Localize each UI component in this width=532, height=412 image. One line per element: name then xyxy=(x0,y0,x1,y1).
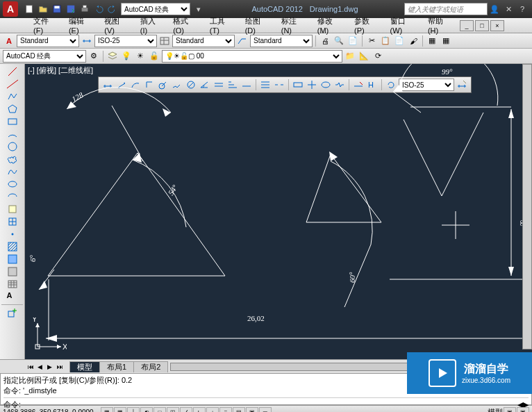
menu-window[interactable]: 窗口(W) xyxy=(385,16,422,35)
open-icon[interactable] xyxy=(37,3,49,15)
snap-button[interactable]: ▦ xyxy=(101,407,113,413)
menu-modify[interactable]: 修改(M) xyxy=(312,16,349,35)
osnap-button[interactable]: □ xyxy=(153,407,166,413)
menu-view[interactable]: 视图(V) xyxy=(99,16,134,35)
polar-button[interactable]: ◐ xyxy=(140,407,153,413)
tab-next-icon[interactable]: ▶ xyxy=(47,363,56,370)
layer-prev-icon[interactable]: ⟳ xyxy=(372,50,384,63)
spline-icon[interactable] xyxy=(7,166,18,177)
mtext-icon[interactable]: A xyxy=(7,291,18,302)
hatch-icon[interactable] xyxy=(7,241,18,252)
workspace-selector[interactable]: AutoCAD 经典 xyxy=(121,3,190,15)
close-button[interactable]: × xyxy=(490,20,504,31)
table-icon[interactable] xyxy=(7,279,18,290)
save-icon[interactable] xyxy=(51,3,63,15)
paste-icon[interactable]: 📄 xyxy=(393,35,406,47)
undo-icon[interactable] xyxy=(92,3,105,15)
tab-layout2[interactable]: 布局2 xyxy=(133,361,168,372)
tab-last-icon[interactable]: ⏭ xyxy=(57,363,65,370)
copy-icon[interactable]: 📋 xyxy=(379,35,392,47)
point-icon[interactable] xyxy=(7,229,18,240)
menu-draw[interactable]: 绘图(D) xyxy=(240,16,276,35)
ortho-button[interactable]: └ xyxy=(127,407,140,413)
help-icon[interactable]: ? xyxy=(516,3,529,15)
3dosnap-button[interactable]: ◫ xyxy=(167,407,179,413)
gear-icon[interactable]: ⚙ xyxy=(88,50,100,63)
block-icon[interactable]: ▦ xyxy=(426,35,438,47)
exchange-icon[interactable]: ✕ xyxy=(502,3,515,15)
menu-help[interactable]: 帮助(H) xyxy=(422,16,458,35)
layer-selector[interactable]: 💡☀🔓▢ 00 xyxy=(162,50,342,63)
preview-icon[interactable]: 🔍 xyxy=(333,35,345,47)
grid-button[interactable]: ▦ xyxy=(114,407,126,413)
text-style-selector[interactable]: Standard xyxy=(17,35,79,47)
revcloud-icon[interactable] xyxy=(7,154,18,165)
scrollbar-vertical[interactable] xyxy=(522,64,532,349)
block2-icon[interactable]: ▦ xyxy=(440,35,452,47)
tab-prev-icon[interactable]: ◀ xyxy=(38,363,46,370)
mleader-icon[interactable] xyxy=(236,35,249,47)
cut-icon[interactable]: ✂ xyxy=(365,35,378,47)
dim-style-selector[interactable]: ISO-25 xyxy=(94,35,157,47)
sun-icon[interactable]: ☀ xyxy=(134,50,147,63)
block-icon[interactable] xyxy=(7,216,18,227)
print-icon[interactable] xyxy=(78,3,91,15)
dyn-button[interactable]: + xyxy=(206,407,219,413)
region-icon[interactable] xyxy=(7,266,18,277)
polygon-icon[interactable] xyxy=(7,104,18,115)
saveas-icon[interactable] xyxy=(65,3,77,15)
menu-insert[interactable]: 插入(I) xyxy=(135,16,167,35)
redo-icon[interactable] xyxy=(106,3,119,15)
ellipse-arc-icon[interactable] xyxy=(7,191,18,202)
status-btn1[interactable]: ▣ xyxy=(504,407,516,413)
status-btn2[interactable]: ▣ xyxy=(517,407,529,413)
menu-edit[interactable]: 编辑(E) xyxy=(63,16,99,35)
menu-format[interactable]: 格式(O) xyxy=(167,16,204,35)
sc-button[interactable]: ▭ xyxy=(259,407,272,413)
menu-dimension[interactable]: 标注(N) xyxy=(276,16,312,35)
tab-first-icon[interactable]: ⏮ xyxy=(28,363,36,370)
rect-icon[interactable] xyxy=(7,116,18,127)
arc-icon[interactable] xyxy=(7,129,18,140)
line-icon[interactable] xyxy=(7,66,18,77)
layer-states-icon[interactable]: 📁 xyxy=(344,50,356,63)
table-icon[interactable] xyxy=(158,35,171,47)
status-model[interactable]: 模型 xyxy=(488,407,503,412)
bulb-icon[interactable]: 💡 xyxy=(120,50,133,63)
lwt-button[interactable]: ≡ xyxy=(219,407,232,413)
ellipse-icon[interactable] xyxy=(7,179,18,190)
coordinates[interactable]: 1468.3886, 350.6718, 0.0000 xyxy=(3,409,100,412)
ducs-button[interactable]: L xyxy=(193,407,206,413)
lock-icon[interactable]: 🔓 xyxy=(148,50,160,63)
menu-file[interactable]: 文件(F) xyxy=(28,16,63,35)
xline-icon[interactable] xyxy=(7,79,18,90)
app-logo[interactable]: A xyxy=(3,1,18,17)
tpy-button[interactable]: ▤ xyxy=(233,407,245,413)
pline-icon[interactable] xyxy=(7,91,18,102)
otrack-button[interactable]: ∠ xyxy=(180,407,192,413)
menu-parametric[interactable]: 参数(P) xyxy=(349,16,384,35)
table-style-selector[interactable]: Standard xyxy=(172,35,235,47)
maximize-button[interactable]: □ xyxy=(475,20,489,31)
minimize-button[interactable]: _ xyxy=(460,20,474,31)
tab-model[interactable]: 模型 xyxy=(69,361,100,372)
search-input[interactable] xyxy=(404,3,488,15)
menu-tools[interactable]: 工具(T) xyxy=(204,16,240,35)
dim-icon[interactable] xyxy=(81,35,93,47)
circle-icon[interactable] xyxy=(7,141,18,152)
qp-button[interactable]: ▣ xyxy=(246,407,258,413)
tab-layout1[interactable]: 布局1 xyxy=(99,361,134,372)
match-icon[interactable]: 🖌 xyxy=(407,35,419,47)
layer-props-icon[interactable] xyxy=(106,50,119,63)
new-icon[interactable] xyxy=(23,3,35,15)
qat-dropdown-icon[interactable]: ▾ xyxy=(192,3,205,15)
insert-icon[interactable] xyxy=(7,204,18,215)
layer-iso-icon[interactable]: 📐 xyxy=(358,50,370,63)
drawing-canvas[interactable]: [-] [俯视] [二维线框] H xyxy=(25,64,532,359)
gradient-icon[interactable] xyxy=(7,254,18,265)
workspace-selector-2[interactable]: AutoCAD 经典 xyxy=(3,50,86,63)
mleader-style-selector[interactable]: Standard xyxy=(250,35,313,47)
addsel-icon[interactable] xyxy=(7,307,18,318)
user-icon[interactable]: 👤 xyxy=(488,3,501,15)
publish-icon[interactable]: 📄 xyxy=(347,35,359,47)
